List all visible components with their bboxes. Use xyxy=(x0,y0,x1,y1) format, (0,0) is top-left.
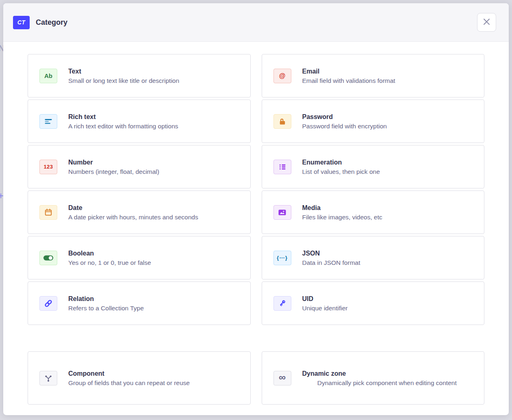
field-card-text: RelationRefers to a Collection Type xyxy=(68,294,238,312)
field-title: Media xyxy=(302,204,472,212)
field-description: Small or long text like title or descrip… xyxy=(68,76,238,85)
field-description: List of values, then pick one xyxy=(302,167,472,176)
infinity-icon: ∞ xyxy=(273,371,291,385)
field-card-json[interactable]: {⋯}JSONData in JSON format xyxy=(262,236,485,279)
field-title: Email xyxy=(302,67,472,76)
field-card-text: Dynamic zoneDynamically pick component w… xyxy=(302,369,472,387)
bullet-list-icon xyxy=(273,160,291,174)
calendar-icon xyxy=(39,205,57,220)
field-card-number[interactable]: 123NumberNumbers (integer, float, decima… xyxy=(28,145,251,188)
field-card-text: DateA date picker with hours, minutes an… xyxy=(68,204,238,221)
field-description: Files like images, videos, etc xyxy=(302,213,472,221)
field-card-text: UIDUnique identifier xyxy=(302,294,472,312)
field-card-text: EnumerationList of values, then pick one xyxy=(302,158,472,176)
field-title: Text xyxy=(68,67,238,76)
field-card-component[interactable]: ComponentGroup of fields that you can re… xyxy=(28,351,251,405)
close-button[interactable] xyxy=(477,13,496,32)
field-card-text: BooleanYes or no, 1 or 0, true or false xyxy=(68,249,238,267)
close-icon xyxy=(484,19,490,26)
field-description: Unique identifier xyxy=(302,304,472,312)
branch-nodes-icon xyxy=(39,371,57,385)
field-card-email[interactable]: @EmailEmail field with validations forma… xyxy=(262,54,485,97)
field-title: Relation xyxy=(68,294,238,303)
key-icon xyxy=(273,296,291,311)
toggle-on-icon xyxy=(39,251,57,265)
field-description: Yes or no, 1 or 0, true or false xyxy=(68,258,238,267)
field-description: Email field with validations format xyxy=(302,76,472,85)
field-card-dynamic-zone[interactable]: ∞Dynamic zoneDynamically pick component … xyxy=(262,351,485,405)
123-icon: 123 xyxy=(39,160,57,174)
at-sign-icon: @ xyxy=(273,69,291,83)
field-card-text: ComponentGroup of fields that you can re… xyxy=(68,369,238,387)
content-type-badge: CT xyxy=(13,16,30,29)
field-description: A rich text editor with formatting optio… xyxy=(68,122,238,130)
field-card-text[interactable]: AbTextSmall or long text like title or d… xyxy=(28,54,251,97)
field-title: JSON xyxy=(302,249,472,258)
field-card-media[interactable]: MediaFiles like images, videos, etc xyxy=(262,191,485,234)
field-title: Boolean xyxy=(68,249,238,258)
at-sign-icon-glyph: @ xyxy=(279,73,286,79)
field-card-uid[interactable]: UIDUnique identifier xyxy=(262,281,485,325)
123-icon-glyph: 123 xyxy=(43,164,53,169)
field-description: A date picker with hours, minutes and se… xyxy=(68,213,238,221)
field-title: Number xyxy=(68,158,238,167)
field-description: Dynamically pick component when editing … xyxy=(302,379,472,387)
field-type-grid: AbTextSmall or long text like title or d… xyxy=(28,54,484,325)
field-card-text: NumberNumbers (integer, float, decimal) xyxy=(68,158,238,176)
modal-title: Category xyxy=(36,18,477,27)
image-icon xyxy=(273,205,291,220)
field-title: Date xyxy=(68,204,238,212)
field-title: Enumeration xyxy=(302,158,472,167)
infinity-icon-glyph: ∞ xyxy=(279,372,286,382)
field-title: Dynamic zone xyxy=(302,369,472,378)
ab-text-icon-glyph: Ab xyxy=(44,73,52,79)
ab-text-icon: Ab xyxy=(39,69,57,83)
field-description: Data in JSON format xyxy=(302,258,472,267)
field-card-date[interactable]: DateA date picker with hours, minutes an… xyxy=(28,191,251,234)
modal-body: AbTextSmall or long text like title or d… xyxy=(3,42,509,405)
field-card-text: Rich textA rich text editor with formatt… xyxy=(68,113,238,130)
field-card-text: EmailEmail field with validations format xyxy=(302,67,472,85)
curly-braces-icon-glyph: {⋯} xyxy=(277,255,288,261)
field-description: Password field with encryption xyxy=(302,122,472,130)
field-description: Numbers (integer, float, decimal) xyxy=(68,167,238,176)
field-card-password[interactable]: PasswordPassword field with encryption xyxy=(262,100,485,143)
modal-header: CT Category xyxy=(3,3,509,42)
lock-icon xyxy=(273,114,291,129)
field-title: UID xyxy=(302,294,472,303)
field-card-enumeration[interactable]: EnumerationList of values, then pick one xyxy=(262,145,485,188)
field-card-text: MediaFiles like images, videos, etc xyxy=(302,204,472,221)
field-description: Refers to a Collection Type xyxy=(68,304,238,312)
select-field-type-modal: CT Category AbTextSmall or long text lik… xyxy=(3,3,509,415)
field-title: Password xyxy=(302,113,472,121)
field-title: Rich text xyxy=(68,113,238,121)
field-title: Component xyxy=(68,369,238,378)
field-card-text: TextSmall or long text like title or des… xyxy=(68,67,238,85)
field-card-relation[interactable]: RelationRefers to a Collection Type xyxy=(28,281,251,325)
align-left-icon xyxy=(39,114,57,129)
advanced-field-type-grid: ComponentGroup of fields that you can re… xyxy=(28,351,484,405)
field-card-boolean[interactable]: BooleanYes or no, 1 or 0, true or false xyxy=(28,236,251,279)
curly-braces-icon: {⋯} xyxy=(273,251,291,265)
field-card-text: PasswordPassword field with encryption xyxy=(302,113,472,130)
field-description: Group of fields that you can repeat or r… xyxy=(68,379,238,387)
chain-link-icon xyxy=(39,296,57,311)
field-card-text: JSONData in JSON format xyxy=(302,249,472,267)
field-card-rich-text[interactable]: Rich textA rich text editor with formatt… xyxy=(28,100,251,143)
